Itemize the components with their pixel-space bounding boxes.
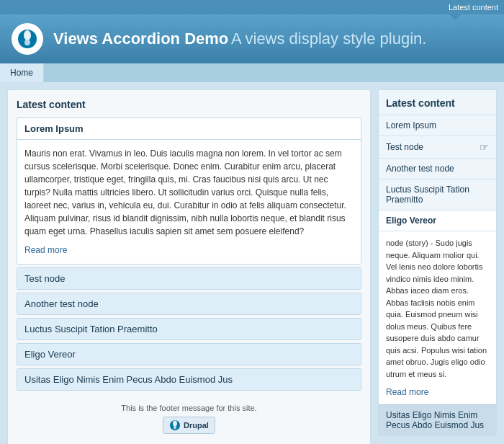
accordion-item-test-node: Test node xyxy=(17,267,361,290)
accordion-item-luctus: Luctus Suscipit Tation Praemitto xyxy=(17,318,361,340)
sidebar-test-node-label: Test node xyxy=(386,142,423,152)
top-bar-label: Latest content xyxy=(449,3,498,12)
cursor-icon: ☞ xyxy=(480,141,489,153)
navigation: Home xyxy=(0,63,504,82)
sidebar-item-luctus[interactable]: Luctus Suscipit Tation Praemitto xyxy=(379,179,496,210)
sidebar-expanded-text: node (story) - Sudo jugis neque. Aliquam… xyxy=(386,237,489,380)
drupal-logo xyxy=(12,23,43,55)
svg-point-1 xyxy=(24,30,31,40)
footer-message: This is the footer message for this site… xyxy=(27,404,351,412)
header-text: Views Accordion Demo A views display sty… xyxy=(53,30,426,48)
top-bar: Latest content xyxy=(0,0,504,14)
sidebar-read-more[interactable]: Read more xyxy=(386,386,489,399)
accordion-item-another-test-node: Another test node xyxy=(17,293,361,315)
header: Views Accordion Demo A views display sty… xyxy=(0,14,504,63)
sidebar-expanded-content: node (story) - Sudo jugis neque. Aliquam… xyxy=(379,231,496,404)
sidebar-item-usitas[interactable]: Usitas Eligo Nimis Enim Pecus Abdo Euism… xyxy=(379,404,496,435)
header-title: Views Accordion Demo xyxy=(53,30,228,48)
sidebar-title: Latest content xyxy=(379,90,496,115)
nav-item-home[interactable]: Home xyxy=(0,63,44,82)
drupal-label: Drupal xyxy=(184,421,209,430)
main-layout: Latest content Lorem Ipsum Mauris non er… xyxy=(0,82,504,444)
accordion-header-lorem-ipsum[interactable]: Lorem Ipsum xyxy=(17,118,361,139)
sidebar-item-eligo-vereor[interactable]: Eligo Vereor xyxy=(379,210,496,231)
drupal-badge: Drupal xyxy=(163,417,215,434)
read-more-lorem-ipsum[interactable]: Read more xyxy=(24,244,354,257)
accordion-header-test-node[interactable]: Test node xyxy=(17,268,361,289)
accordion-header-luctus[interactable]: Luctus Suscipit Tation Praemitto xyxy=(17,319,361,339)
svg-point-2 xyxy=(24,40,30,45)
sidebar-item-test-node[interactable]: Test node ☞ xyxy=(379,136,496,158)
accordion-item-lorem-ipsum: Lorem Ipsum Mauris non erat. Vivamus in … xyxy=(17,117,361,265)
footer: This is the footer message for this site… xyxy=(17,394,361,444)
accordion-content-lorem-ipsum: Mauris non erat. Vivamus in leo. Duis ia… xyxy=(17,139,361,264)
accordion-item-usitas: Usitas Eligo Nimis Enim Pecus Abdo Euism… xyxy=(17,368,361,391)
left-content: Latest content Lorem Ipsum Mauris non er… xyxy=(7,89,371,444)
left-section-title: Latest content xyxy=(17,99,361,110)
accordion-header-usitas[interactable]: Usitas Eligo Nimis Enim Pecus Abdo Euism… xyxy=(17,369,361,390)
svg-point-5 xyxy=(174,426,176,429)
header-subtitle: A views display style plugin. xyxy=(231,30,426,48)
accordion-header-another-test-node[interactable]: Another test node xyxy=(17,293,361,314)
accordion-item-eligo-vereor: Eligo Vereor xyxy=(17,343,361,365)
drupal-icon xyxy=(169,419,181,431)
lorem-ipsum-text: Mauris non erat. Vivamus in leo. Duis ia… xyxy=(24,147,354,238)
sidebar-item-another-test-node[interactable]: Another test node xyxy=(379,158,496,179)
accordion-header-eligo-vereor[interactable]: Eligo Vereor xyxy=(17,344,361,365)
sidebar-item-lorem-ipsum[interactable]: Lorem Ipsum xyxy=(379,115,496,136)
svg-point-4 xyxy=(173,421,177,427)
right-sidebar: Latest content Lorem Ipsum Test node ☞ A… xyxy=(378,89,497,436)
